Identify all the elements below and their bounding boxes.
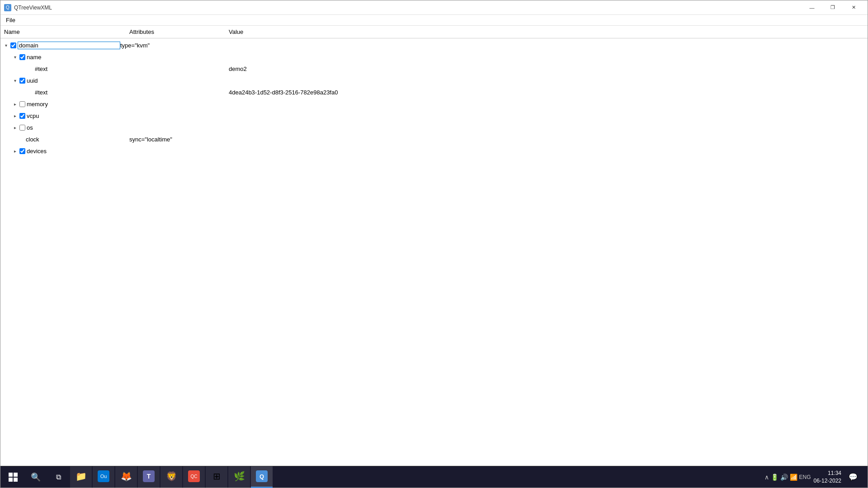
tree-row-name-text[interactable]: #textdemo2 (0, 63, 868, 75)
checkbox-name[interactable] (19, 53, 26, 61)
no-expand (20, 89, 28, 96)
expand-icon[interactable]: ▸ (11, 147, 19, 155)
node-label-os: os (27, 124, 129, 131)
clock-time: 11:34 (814, 469, 841, 477)
node-label-clock: clock (26, 136, 129, 143)
taskbar-app-brave[interactable]: 🦁 (160, 466, 182, 488)
tree-row-vcpu[interactable]: ▸vcpu (0, 110, 868, 122)
taskbar-app-teams[interactable]: T (138, 466, 160, 488)
tree-area[interactable]: ▾type="kvm"▾name#textdemo2▾uuid#text4dea… (0, 38, 868, 466)
wifi-icon[interactable]: 📶 (790, 474, 797, 481)
maximize-button[interactable]: ❐ (822, 0, 843, 15)
node-label-name-text: #text (35, 66, 129, 72)
checkbox-uuid[interactable] (19, 77, 26, 84)
expand-icon[interactable]: ▸ (11, 100, 19, 108)
clock-date: 06-12-2022 (814, 477, 841, 485)
tree-row-memory[interactable]: ▸memory (0, 98, 868, 110)
collapse-icon[interactable]: ▾ (2, 42, 9, 49)
taskbar-app-qc[interactable]: QC (183, 466, 205, 488)
node-label-memory: memory (27, 101, 129, 108)
checkbox-domain[interactable] (9, 42, 17, 49)
window-title: QTreeViewXML (14, 5, 52, 11)
menu-bar: File (0, 15, 868, 26)
tree-row-uuid[interactable]: ▾uuid (0, 75, 868, 86)
checkbox-vcpu[interactable] (19, 112, 26, 119)
taskbar-app-explorer[interactable]: 📁 (70, 466, 92, 488)
checkbox-os[interactable] (19, 124, 26, 131)
col-header-attributes: Attributes (129, 28, 229, 35)
no-checkbox (19, 136, 26, 143)
taskbar-app-outlook[interactable]: Ou (93, 466, 114, 488)
node-label-vcpu: vcpu (27, 113, 129, 119)
taskbar-app-qtreeview[interactable]: Q (251, 466, 273, 488)
window-controls: — ❐ ✕ (802, 0, 864, 15)
tree-row-clock[interactable]: clocksync="localtime" (0, 133, 868, 145)
taskbar-taskview[interactable]: ⧉ (47, 466, 69, 488)
value-name-text: demo2 (229, 66, 866, 72)
no-expand (11, 136, 19, 143)
node-label-uuid-text: #text (35, 89, 129, 96)
collapse-icon[interactable]: ▾ (11, 77, 19, 84)
title-bar-left: Q QTreeViewXML (4, 4, 52, 11)
no-checkbox (28, 89, 35, 96)
main-window: Q QTreeViewXML — ❐ ✕ File Name Attribute… (0, 0, 868, 488)
tree-row-name[interactable]: ▾name (0, 51, 868, 63)
checkbox-memory[interactable] (19, 100, 26, 108)
node-label-name: name (27, 54, 129, 61)
col-header-name: Name (0, 28, 129, 35)
tree-row-domain[interactable]: ▾type="kvm" (0, 39, 868, 51)
no-checkbox (28, 65, 35, 72)
expand-icon[interactable]: ▸ (11, 124, 19, 131)
column-headers: Name Attributes Value (0, 26, 868, 38)
attr-domain: type="kvm" (120, 42, 220, 49)
volume-icon[interactable]: 🔊 (780, 474, 788, 481)
attr-clock: sync="localtime" (129, 136, 229, 143)
clock[interactable]: 11:34 06-12-2022 (814, 469, 841, 485)
tree-row-os[interactable]: ▸os (0, 122, 868, 133)
windows-icon (9, 473, 18, 482)
notification-button[interactable]: 💬 (844, 466, 862, 488)
taskbar-search[interactable]: 🔍 (25, 466, 47, 488)
menu-file[interactable]: File (2, 16, 19, 24)
app-icon: Q (4, 4, 11, 11)
start-button[interactable] (2, 466, 24, 488)
collapse-icon[interactable]: ▾ (11, 53, 19, 61)
close-button[interactable]: ✕ (843, 0, 864, 15)
battery-icon: 🔋 (771, 474, 778, 481)
language-indicator: ENG (799, 474, 811, 480)
node-label-uuid: uuid (27, 77, 129, 84)
chevron-icon[interactable]: ∧ (764, 474, 769, 481)
taskbar-app-virt[interactable]: ⊞ (206, 466, 227, 488)
tree-row-devices[interactable]: ▸devices (0, 145, 868, 157)
node-label-devices: devices (27, 148, 129, 155)
title-bar: Q QTreeViewXML — ❐ ✕ (0, 0, 868, 15)
taskbar-right: ∧ 🔋 🔊 📶 ENG 11:34 06-12-2022 💬 (764, 466, 866, 488)
no-expand (20, 65, 28, 72)
minimize-button[interactable]: — (802, 0, 822, 15)
tree-row-uuid-text[interactable]: #text4dea24b3-1d52-d8f3-2516-782e98a23fa… (0, 86, 868, 98)
taskbar-app-greenshot[interactable]: 🌿 (228, 466, 250, 488)
node-label-domain[interactable] (18, 42, 120, 49)
taskbar-app-firefox[interactable]: 🦊 (115, 466, 137, 488)
col-header-value: Value (229, 28, 868, 35)
system-tray-icons: ∧ 🔋 🔊 📶 ENG (764, 474, 811, 481)
checkbox-devices[interactable] (19, 147, 26, 155)
expand-icon[interactable]: ▸ (11, 112, 19, 119)
value-uuid-text: 4dea24b3-1d52-d8f3-2516-782e98a23fa0 (229, 89, 866, 96)
taskbar: 🔍 ⧉ 📁 Ou 🦊 T 🦁 QC ⊞ 🌿 Q (0, 466, 868, 488)
